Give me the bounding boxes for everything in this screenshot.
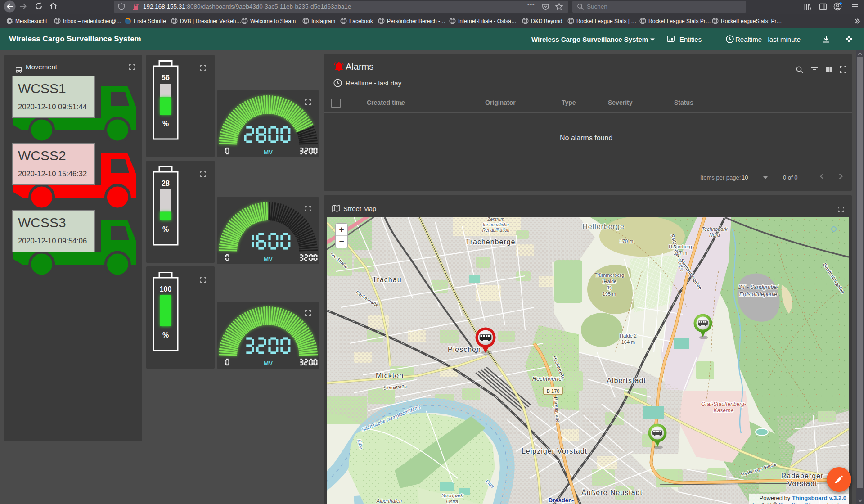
svg-text:Hechtviertel: Hechtviertel xyxy=(532,375,564,382)
svg-text:MV: MV xyxy=(264,256,273,262)
svg-text:28: 28 xyxy=(162,180,170,187)
svg-text:%: % xyxy=(162,331,169,339)
svg-text:(Halde: (Halde xyxy=(602,279,616,284)
svg-text:1): 1) xyxy=(607,285,612,290)
svg-text:Rehabilitation: Rehabilitation xyxy=(482,228,510,233)
svg-text:Leipziger Vorstadt: Leipziger Vorstadt xyxy=(522,447,587,455)
svg-text:Zentrum: Zentrum xyxy=(487,217,504,222)
svg-text:Alberthafen: Alberthafen xyxy=(376,498,402,504)
svg-text:Dresden-: Dresden- xyxy=(549,497,574,504)
svg-text:Äußere Neustadt: Äußere Neustadt xyxy=(581,489,643,496)
svg-text:Trachenberge: Trachenberge xyxy=(465,238,515,246)
svg-text:170 m: 170 m xyxy=(620,238,634,244)
svg-text:195 m: 195 m xyxy=(603,291,616,297)
svg-text:Reiterberg: Reiterberg xyxy=(669,244,692,249)
svg-text:Mickten: Mickten xyxy=(376,372,404,379)
svg-text:MV: MV xyxy=(264,360,273,367)
svg-text:Graf-Stauffenberg-: Graf-Stauffenberg- xyxy=(701,401,746,407)
svg-text:100: 100 xyxy=(160,285,172,293)
svg-text:Albertstadt: Albertstadt xyxy=(607,377,646,384)
svg-text:Erdstoffdeponie: Erdstoffdeponie xyxy=(739,291,777,297)
svg-text:MV: MV xyxy=(264,149,273,156)
svg-text:Technopark: Technopark xyxy=(702,226,728,232)
svg-text:Nord: Nord xyxy=(709,232,720,238)
svg-text:164 m: 164 m xyxy=(621,339,635,345)
svg-text:B 170: B 170 xyxy=(547,388,560,394)
svg-text:Halde 2: Halde 2 xyxy=(620,333,637,338)
svg-text:für berufliche: für berufliche xyxy=(483,222,509,227)
svg-text:56: 56 xyxy=(162,74,170,81)
svg-text:Radeberger: Radeberger xyxy=(781,472,824,480)
svg-text:Trachau: Trachau xyxy=(372,276,401,284)
svg-text:Trümmerberg: Trümmerberg xyxy=(594,272,624,278)
svg-text:%: % xyxy=(162,225,169,233)
svg-text:Ostra: Ostra xyxy=(446,499,459,504)
svg-text:Vorstadt: Vorstadt xyxy=(788,480,818,487)
svg-text:Hellerberge: Hellerberge xyxy=(582,223,625,230)
svg-text:Kaserne: Kaserne xyxy=(714,407,734,414)
svg-text:%: % xyxy=(162,120,169,127)
svg-text:DT - Sandgrube/: DT - Sandgrube/ xyxy=(738,284,779,290)
svg-text:Pieschen: Pieschen xyxy=(448,346,481,353)
svg-text:Sportpark: Sportpark xyxy=(441,493,463,498)
